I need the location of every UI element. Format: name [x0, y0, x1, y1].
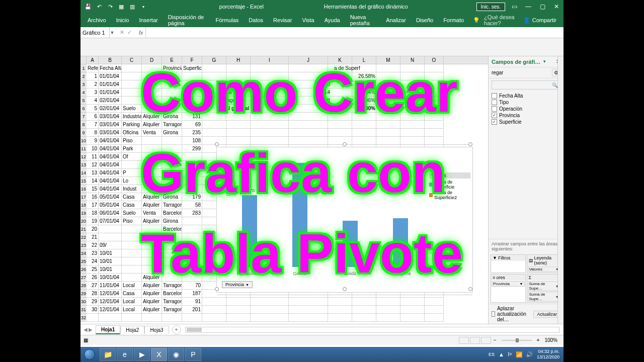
cell[interactable]: 13	[87, 169, 99, 177]
vertical-scrollbar[interactable]	[557, 56, 564, 324]
cell[interactable]	[122, 257, 142, 265]
cell[interactable]	[122, 274, 142, 282]
column-header[interactable]: O	[425, 56, 444, 64]
cell[interactable]: 12	[87, 161, 99, 169]
cell[interactable]	[142, 265, 162, 274]
maximize-button[interactable]: ▢	[535, 0, 549, 13]
cell[interactable]	[182, 169, 202, 177]
cell[interactable]	[142, 177, 162, 185]
row-header[interactable]: 25	[80, 257, 87, 265]
fx-icon[interactable]: fx	[137, 30, 145, 36]
cell[interactable]: 03/01/04	[99, 113, 122, 121]
cell[interactable]: 2	[87, 80, 99, 88]
sheet-tab-hoja1[interactable]: Hoja1	[96, 325, 120, 334]
cell[interactable]	[142, 161, 162, 169]
cell[interactable]	[182, 185, 202, 193]
cell[interactable]	[251, 298, 289, 306]
cancel-formula-icon[interactable]: ✕	[120, 29, 124, 36]
cell[interactable]: 108	[182, 137, 202, 145]
tab-disposicion[interactable]: Disposición de página	[163, 13, 211, 27]
cell[interactable]: 01/01/04	[99, 88, 122, 97]
row-header[interactable]: 16	[80, 185, 87, 193]
cell[interactable]: 01/01/04	[99, 72, 122, 80]
zoom-slider[interactable]	[502, 340, 532, 341]
cell[interactable]	[202, 113, 226, 121]
cell[interactable]: 10/01	[99, 265, 122, 274]
cell[interactable]: Tarragona	[162, 201, 182, 209]
cell[interactable]	[122, 249, 142, 257]
cell[interactable]: Girona	[162, 217, 182, 225]
field-checkbox[interactable]	[492, 100, 497, 105]
cell[interactable]	[162, 249, 182, 257]
column-header[interactable]: L	[352, 56, 376, 64]
cell[interactable]: Oficina	[122, 129, 142, 137]
cell[interactable]: 283	[182, 209, 202, 217]
cell[interactable]	[162, 233, 182, 241]
pivot-table[interactable]: a de Superf 26.58%Girona183638.43%Lleida…	[216, 64, 473, 113]
cell[interactable]: Barcelona	[162, 225, 182, 233]
cell[interactable]	[142, 137, 162, 145]
column-header[interactable]: A	[87, 56, 99, 64]
cell[interactable]	[142, 241, 162, 249]
cell[interactable]: 17	[87, 201, 99, 209]
cell[interactable]	[162, 161, 182, 169]
cell[interactable]	[122, 265, 142, 274]
cell[interactable]	[162, 274, 182, 282]
minimize-button[interactable]: —	[521, 0, 535, 13]
cell[interactable]: 6	[87, 113, 99, 121]
cell[interactable]: 02/01/04	[99, 105, 122, 113]
cell[interactable]	[182, 265, 202, 274]
cell[interactable]	[376, 129, 400, 137]
cell[interactable]	[182, 80, 202, 88]
cell[interactable]	[162, 105, 182, 113]
row-header[interactable]: 31	[80, 306, 87, 314]
worksheet[interactable]: ABCDEFGHIJKLMNO 123456789101112131415161…	[80, 56, 488, 324]
ribbon-options-icon[interactable]: ▭	[507, 0, 521, 13]
cell[interactable]: Barcelona	[162, 290, 182, 298]
cell[interactable]: 10/01/04	[99, 274, 122, 282]
pivot-cell[interactable]: Total general	[216, 105, 277, 113]
column-header[interactable]: B	[99, 56, 122, 64]
filters-drop-area[interactable]: ▼Filtros	[491, 254, 526, 273]
cell[interactable]	[202, 314, 226, 322]
chart-legend[interactable]: Valores Suma de Superficie Suma de Super…	[429, 172, 470, 201]
cell[interactable]: 299	[182, 145, 202, 153]
cell[interactable]: 03/01/04	[99, 121, 122, 129]
cell[interactable]	[162, 153, 182, 161]
cell[interactable]: Tarragona	[162, 306, 182, 314]
cell[interactable]	[99, 225, 122, 233]
tab-revisar[interactable]: Revisar	[268, 13, 297, 27]
cell[interactable]: 04/01/04	[99, 145, 122, 153]
cell[interactable]	[162, 137, 182, 145]
cell[interactable]	[122, 233, 142, 241]
cell[interactable]: 30	[87, 306, 99, 314]
cell[interactable]: 10/01	[99, 249, 122, 257]
cell[interactable]	[182, 161, 202, 169]
cell[interactable]: 06/01/04	[99, 209, 122, 217]
cell[interactable]	[226, 137, 251, 145]
cell[interactable]: Local	[122, 298, 142, 306]
cell[interactable]: 9	[87, 137, 99, 145]
taskbar-ie-icon[interactable]: e	[117, 348, 133, 361]
row-header[interactable]: 4	[80, 88, 87, 97]
tab-ayuda[interactable]: Ayuda	[319, 13, 345, 27]
cell[interactable]	[202, 129, 226, 137]
cell[interactable]	[226, 113, 251, 121]
taskbar-media-icon[interactable]: ▶	[134, 348, 150, 361]
cell[interactable]	[226, 129, 251, 137]
column-header[interactable]: C	[122, 56, 142, 64]
cell[interactable]	[162, 314, 182, 322]
cell[interactable]: Alquiler	[142, 201, 162, 209]
zoom-in-button[interactable]: +	[535, 337, 542, 343]
cell[interactable]: 12/01/04	[99, 306, 122, 314]
cell[interactable]: 1	[87, 72, 99, 80]
cell[interactable]: 179	[182, 193, 202, 201]
cell[interactable]	[425, 113, 444, 121]
cell[interactable]: 04/01/04	[99, 169, 122, 177]
field-search-input[interactable]: 🔍	[492, 80, 560, 89]
cell[interactable]: 11/01/04	[99, 282, 122, 290]
cell[interactable]	[202, 137, 226, 145]
row-header[interactable]: 6	[80, 105, 87, 113]
cell[interactable]: Industrial	[122, 113, 142, 121]
pivot-cell[interactable]: 38.43%	[332, 80, 377, 88]
